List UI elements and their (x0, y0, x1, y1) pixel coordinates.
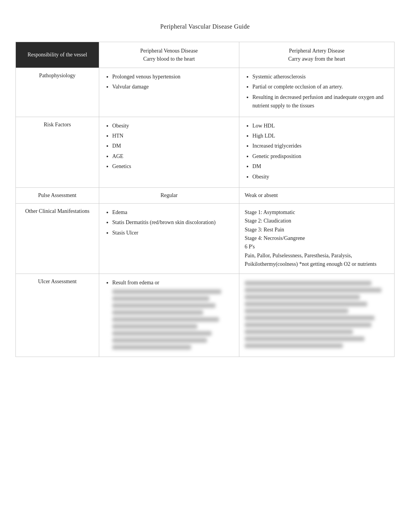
artery-pulse-text: Weak or absent (245, 192, 278, 198)
artery-risk-factors: Low HDL High LDL Increased triglycerides… (239, 117, 394, 187)
list-item: Edema (112, 208, 234, 217)
list-item: Valvular damage (112, 83, 234, 91)
venous-clinical: Edema Statis Dermatitis (red/brown skin … (99, 203, 239, 274)
list-item: High LDL (252, 132, 389, 140)
table-row: Pulse Assessment Regular Weak or absent (16, 187, 395, 203)
artery-pulse: Weak or absent (239, 187, 394, 203)
list-item: Low HDL (252, 122, 389, 130)
venous-risk-factors: Obesity HTN DM AGE Genetics (99, 117, 239, 187)
list-item: HTN (112, 132, 234, 140)
venous-title: Peripheral Venous Disease (105, 47, 234, 55)
blurred-artery-content (245, 281, 389, 348)
list-item: Obesity (112, 122, 234, 130)
blurred-venous-content (112, 289, 234, 350)
list-item: Result from edema or (112, 279, 234, 350)
table-row: Pathophysiology Prolonged venous hyperte… (16, 68, 395, 117)
artery-clinical: Stage 1: Asymptomatic Stage 2: Claudicat… (239, 203, 394, 274)
list-item: Genetic predisposition (252, 152, 389, 161)
row-label-pulse: Pulse Assessment (16, 187, 99, 203)
header-artery: Peripheral Artery Disease Carry away fro… (239, 42, 394, 68)
list-item: DM (252, 162, 389, 171)
table-row: Ulcer Assessment Result from edema or (16, 274, 395, 357)
table-row: Risk Factors Obesity HTN DM AGE Genetics… (16, 117, 395, 187)
list-item: Increased triglycerides (252, 142, 389, 150)
artery-subtitle: Carry away from the heart (245, 55, 389, 63)
artery-ulcer (239, 274, 394, 357)
artery-title: Peripheral Artery Disease (245, 47, 389, 55)
page-title: Peripheral Vascular Disease Guide (15, 23, 395, 30)
header-label-cell: Responsibility of the vessel (16, 42, 99, 68)
guide-table: Responsibility of the vessel Peripheral … (15, 42, 395, 357)
venous-subtitle: Carry blood to the heart (105, 55, 234, 63)
list-item: Statis Dermatitis (red/brown skin discol… (112, 218, 234, 227)
responsibility-label: Responsibility of the vessel (21, 47, 93, 63)
row-label-pathophysiology: Pathophysiology (16, 68, 99, 117)
venous-pulse: Regular (99, 187, 239, 203)
row-label-risk-factors: Risk Factors (16, 117, 99, 187)
list-item: Stasis Ulcer (112, 229, 234, 237)
venous-pulse-text: Regular (161, 192, 178, 198)
list-item: Systemic atherosclerosis (252, 73, 389, 81)
row-label-ulcer: Ulcer Assessment (16, 274, 99, 357)
venous-pathophysiology: Prolonged venous hypertension Valvular d… (99, 68, 239, 117)
header-venous: Peripheral Venous Disease Carry blood to… (99, 42, 239, 68)
list-item: DM (112, 142, 234, 150)
artery-clinical-text: Stage 1: Asymptomatic Stage 2: Claudicat… (245, 208, 389, 269)
venous-ulcer: Result from edema or (99, 274, 239, 357)
list-item: Genetics (112, 162, 234, 171)
list-item: Obesity (252, 173, 389, 181)
row-label-clinical: Other Clinical Manifestations (16, 203, 99, 274)
artery-pathophysiology: Systemic atherosclerosis Partial or comp… (239, 68, 394, 117)
list-item: Partial or complete occlusion of an arte… (252, 83, 389, 91)
table-row: Other Clinical Manifestations Edema Stat… (16, 203, 395, 274)
list-item: AGE (112, 152, 234, 161)
list-item: Resulting in decreased perfusion and ina… (252, 93, 389, 110)
list-item: Prolonged venous hypertension (112, 73, 234, 81)
